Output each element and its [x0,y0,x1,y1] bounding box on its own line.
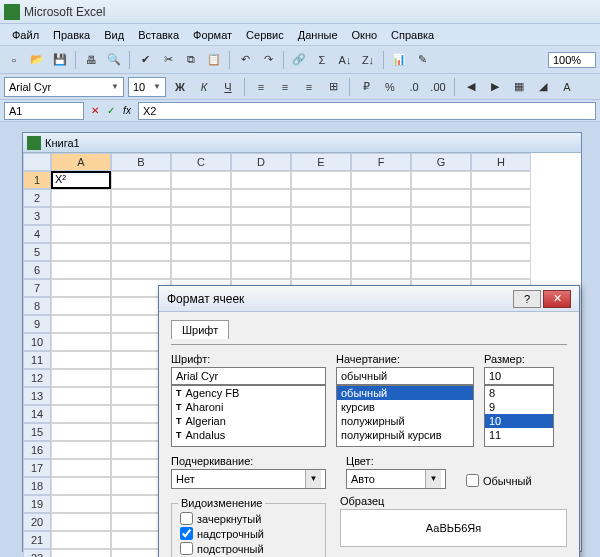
row-header[interactable]: 14 [23,405,51,423]
menu-edit[interactable]: Правка [47,27,96,43]
cell[interactable] [51,243,111,261]
select-all[interactable] [23,153,51,171]
align-center-icon[interactable]: ≡ [275,77,295,97]
align-right-icon[interactable]: ≡ [299,77,319,97]
cell[interactable] [291,261,351,279]
cell[interactable] [51,261,111,279]
menu-data[interactable]: Данные [292,27,344,43]
open-icon[interactable]: 📂 [27,50,47,70]
size-input[interactable] [484,367,554,385]
align-left-icon[interactable]: ≡ [251,77,271,97]
cell[interactable] [171,225,231,243]
cell[interactable] [471,189,531,207]
cell[interactable] [231,171,291,189]
menu-help[interactable]: Справка [385,27,440,43]
font-input[interactable] [171,367,326,385]
cell[interactable] [411,243,471,261]
normal-checkbox[interactable]: Обычный [466,474,532,487]
cell[interactable] [171,189,231,207]
tab-font[interactable]: Шрифт [171,320,229,339]
undo-icon[interactable]: ↶ [235,50,255,70]
list-item[interactable]: TAharoni [172,400,325,414]
list-item[interactable]: 9 [485,400,553,414]
cell[interactable] [351,261,411,279]
cancel-icon[interactable]: ✕ [88,104,102,118]
new-icon[interactable]: ▫ [4,50,24,70]
dialog-titlebar[interactable]: Формат ячеек ? ✕ [159,286,579,312]
inc-decimal-icon[interactable]: .0 [404,77,424,97]
cell[interactable] [171,261,231,279]
sort-asc-icon[interactable]: A↓ [335,50,355,70]
cell[interactable] [111,207,171,225]
cell[interactable] [51,441,111,459]
cell[interactable] [231,225,291,243]
save-icon[interactable]: 💾 [50,50,70,70]
list-item[interactable]: 8 [485,386,553,400]
cell[interactable] [411,261,471,279]
cell[interactable] [51,405,111,423]
color-select[interactable]: Авто▼ [346,469,446,489]
fill-icon[interactable]: ◢ [533,77,553,97]
cell[interactable] [51,225,111,243]
cell[interactable] [471,171,531,189]
cell[interactable] [471,243,531,261]
paste-icon[interactable]: 📋 [204,50,224,70]
close-button[interactable]: ✕ [543,290,571,308]
sort-desc-icon[interactable]: Z↓ [358,50,378,70]
row-header[interactable]: 17 [23,459,51,477]
size-list[interactable]: 8 9 10 11 [484,385,554,447]
cell[interactable] [51,351,111,369]
cell[interactable] [51,315,111,333]
spell-icon[interactable]: ✔ [135,50,155,70]
list-item[interactable]: 11 [485,428,553,442]
print-icon[interactable]: 🖶 [81,50,101,70]
cell[interactable] [291,243,351,261]
borders-icon[interactable]: ▦ [509,77,529,97]
cell[interactable] [411,189,471,207]
cell[interactable] [351,189,411,207]
list-item[interactable]: полужирный курсив [337,428,473,442]
cell[interactable] [111,171,171,189]
col-header[interactable]: A [51,153,111,171]
bold-icon[interactable]: Ж [170,77,190,97]
row-header[interactable]: 18 [23,477,51,495]
formula-input[interactable]: X2 [138,102,596,120]
indent-inc-icon[interactable]: ▶ [485,77,505,97]
cell[interactable] [291,225,351,243]
cell[interactable] [51,387,111,405]
sum-icon[interactable]: Σ [312,50,332,70]
cell[interactable] [411,207,471,225]
dec-decimal-icon[interactable]: .00 [428,77,448,97]
cell[interactable] [51,549,111,557]
superscript-checkbox[interactable]: надстрочный [180,527,317,540]
cell[interactable] [51,459,111,477]
row-header[interactable]: 4 [23,225,51,243]
menu-insert[interactable]: Вставка [132,27,185,43]
cell[interactable] [111,261,171,279]
cell[interactable] [471,261,531,279]
row-header[interactable]: 6 [23,261,51,279]
cell[interactable] [171,171,231,189]
cell[interactable] [51,207,111,225]
fx-icon[interactable]: fx [120,104,134,118]
zoom-combo[interactable]: 100% [548,52,596,68]
redo-icon[interactable]: ↷ [258,50,278,70]
col-header[interactable]: H [471,153,531,171]
list-item[interactable]: 10 [485,414,553,428]
cell[interactable] [411,171,471,189]
style-input[interactable] [336,367,474,385]
list-item[interactable]: полужирный [337,414,473,428]
row-header[interactable]: 22 [23,549,51,557]
cell[interactable] [291,171,351,189]
drawing-icon[interactable]: ✎ [412,50,432,70]
cell[interactable] [471,225,531,243]
cell[interactable] [51,189,111,207]
menu-file[interactable]: Файл [6,27,45,43]
row-header[interactable]: 8 [23,297,51,315]
cell[interactable] [171,207,231,225]
col-header[interactable]: E [291,153,351,171]
cell[interactable] [231,189,291,207]
cell[interactable] [51,513,111,531]
underline-icon[interactable]: Ч [218,77,238,97]
row-header[interactable]: 12 [23,369,51,387]
